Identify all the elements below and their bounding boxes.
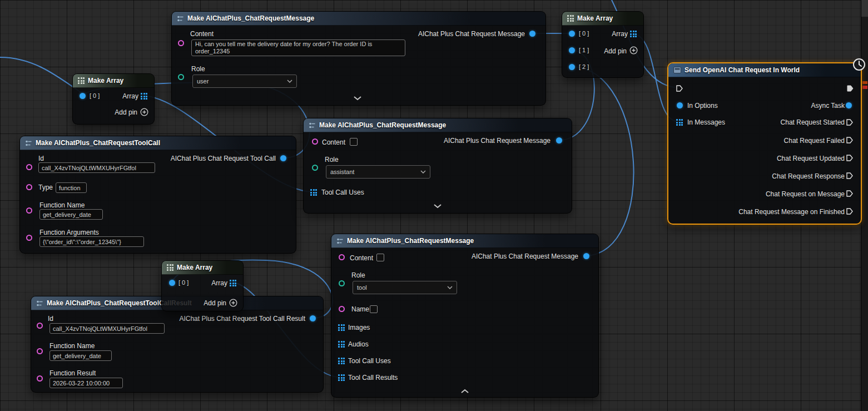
node-header[interactable]: Make AIChatPlus_ChatRequestMessage [304, 118, 572, 132]
role-pin[interactable] [178, 74, 184, 80]
role-dropdown[interactable]: user [192, 75, 297, 88]
node-header[interactable]: Make Array [162, 261, 243, 275]
add-pin-button[interactable] [229, 299, 237, 307]
blueprint-graph[interactable]: Make AIChatPlus_ChatRequestMessage Conte… [0, 0, 868, 411]
id-pin[interactable] [26, 164, 32, 170]
node-make-chatrequestmessage-user[interactable]: Make AIChatPlus_ChatRequestMessage Conte… [171, 11, 546, 106]
name-pin[interactable] [339, 306, 345, 312]
content-pin[interactable] [312, 138, 318, 145]
role-pin[interactable] [312, 165, 318, 171]
node-title: Make AIChatPlus_ChatRequestToolCall [36, 139, 160, 147]
output-pin[interactable] [280, 155, 286, 161]
array-output-pin[interactable] [630, 31, 637, 37]
array-output-pin[interactable] [230, 280, 236, 286]
function-result-pin[interactable] [37, 375, 43, 382]
exec-out-pin[interactable] [846, 85, 854, 92]
id-pin-label: Id [38, 155, 44, 162]
type-pin[interactable] [26, 184, 32, 190]
array-icon [167, 264, 173, 271]
tool-call-uses-pin[interactable] [310, 189, 317, 196]
node-make-chatrequesttoolcall[interactable]: Make AIChatPlus_ChatRequestToolCall Id c… [19, 136, 296, 254]
function-name-input[interactable]: get_delivery_date [39, 209, 103, 220]
content-pin[interactable] [178, 40, 184, 46]
expand-node-button[interactable] [353, 96, 362, 101]
function-arguments-pin[interactable] [26, 235, 32, 241]
function-arguments-input[interactable]: {\"order_id\":\"order_12345\"} [39, 236, 144, 247]
output-pin-label: AIChat Plus Chat Request Tool Call Resul… [179, 315, 305, 323]
function-result-input[interactable]: 2026-03-22 10:00:00 [49, 378, 123, 388]
node-make-chatrequestmessage-assistant[interactable]: Make AIChatPlus_ChatRequestMessage Conte… [303, 118, 572, 214]
exec-in-pin[interactable] [676, 85, 683, 92]
node-header[interactable]: Make Array [73, 74, 154, 88]
chat-request-updated-pin[interactable] [846, 154, 854, 162]
id-input[interactable]: call_X4zvTNojQLtWMXUHyrFGtfol [49, 323, 165, 334]
chat-request-response-pin[interactable] [846, 172, 854, 180]
images-pin[interactable] [338, 324, 345, 331]
tool-call-results-pin[interactable] [338, 374, 345, 381]
images-label: Images [348, 324, 370, 331]
make-struct-icon [336, 237, 344, 245]
array-output-label: Array [211, 279, 227, 287]
array-element-pin-2[interactable] [569, 64, 575, 70]
make-struct-icon [36, 300, 43, 307]
chat-request-message-on-finished-pin[interactable] [846, 207, 854, 215]
content-input[interactable] [376, 254, 384, 261]
function-result-label: Function Result [49, 369, 96, 377]
array-element-pin-0[interactable] [569, 31, 575, 37]
audios-pin[interactable] [338, 341, 345, 348]
role-pin[interactable] [339, 280, 345, 286]
chat-request-failed-pin[interactable] [846, 136, 854, 144]
node-make-chatrequestmessage-tool[interactable]: Make AIChatPlus_ChatRequestMessage Conte… [331, 234, 599, 398]
content-pin[interactable] [339, 254, 345, 260]
in-messages-pin[interactable] [676, 119, 683, 126]
node-make-array-messages[interactable]: Make Array [ 0 ] Array [ 1 ] Add pin [ 2… [562, 11, 644, 78]
id-pin-label: Id [48, 315, 53, 323]
chat-request-on-message-pin[interactable] [846, 190, 854, 197]
function-name-pin[interactable] [37, 348, 43, 354]
output-pin[interactable] [310, 315, 316, 321]
node-header[interactable]: Make AIChatPlus_ChatRequestMessage [172, 12, 545, 26]
array-output-pin[interactable] [141, 93, 147, 100]
output-pin[interactable] [556, 137, 562, 143]
add-pin-button[interactable] [140, 108, 148, 116]
output-pin[interactable] [583, 253, 589, 259]
array-element-pin-0[interactable] [169, 280, 175, 286]
function-name-label: Function Name [39, 201, 85, 209]
node-header[interactable]: Make AIChatPlus_ChatRequestMessage [331, 234, 598, 248]
array-element-pin-1[interactable] [569, 47, 575, 53]
function-name-pin[interactable] [26, 207, 32, 214]
role-dropdown[interactable]: tool [353, 281, 457, 294]
function-name-input[interactable]: get_delivery_date [49, 350, 112, 361]
id-pin[interactable] [37, 323, 43, 329]
chat-request-started-pin[interactable] [846, 118, 854, 126]
type-input[interactable]: function [56, 182, 87, 193]
output-pin-label: AIChat Plus Chat Request Message [472, 252, 578, 260]
name-input[interactable] [370, 305, 378, 313]
array-output-label: Array [122, 92, 138, 100]
in-options-pin[interactable] [677, 102, 683, 108]
collapse-node-button[interactable] [460, 388, 469, 394]
content-input[interactable] [350, 138, 358, 146]
node-header[interactable]: Send OpenAI Chat Request In World [668, 63, 861, 77]
chat-request-failed-label: Chat Request Failed [784, 137, 845, 145]
array-element-pin-0[interactable] [80, 93, 86, 99]
output-pin[interactable] [529, 31, 535, 37]
node-make-array-toolcalls[interactable]: Make Array [ 0 ] Array Add pin [72, 73, 155, 125]
function-name-label: Function Name [49, 342, 95, 350]
add-pin-button[interactable] [629, 46, 638, 55]
node-title: Make Array [88, 77, 123, 85]
node-header[interactable]: Make Array [562, 12, 643, 26]
node-title: Make Array [177, 264, 212, 271]
chat-request-updated-label: Chat Request Updated [777, 155, 845, 162]
node-make-array-toolcallresults[interactable]: Make Array [ 0 ] Array Add pin [161, 260, 244, 311]
role-dropdown[interactable]: assistant [326, 165, 430, 179]
content-input[interactable]: Hi, can you tell me the delivery date fo… [191, 39, 405, 56]
node-send-openai-chat-request[interactable]: Send OpenAI Chat Request In World In Opt… [667, 62, 862, 225]
tool-call-uses-pin[interactable] [338, 358, 345, 364]
type-pin-label: Type [38, 184, 53, 191]
chat-request-response-label: Chat Request Response [772, 172, 845, 180]
id-input[interactable]: call_X4zvTNojQLtWMXUHyrFGtfol [38, 162, 155, 173]
expand-node-button[interactable] [433, 204, 442, 209]
node-header[interactable]: Make AIChatPlus_ChatRequestToolCall [20, 136, 296, 150]
async-task-pin[interactable] [846, 102, 852, 108]
